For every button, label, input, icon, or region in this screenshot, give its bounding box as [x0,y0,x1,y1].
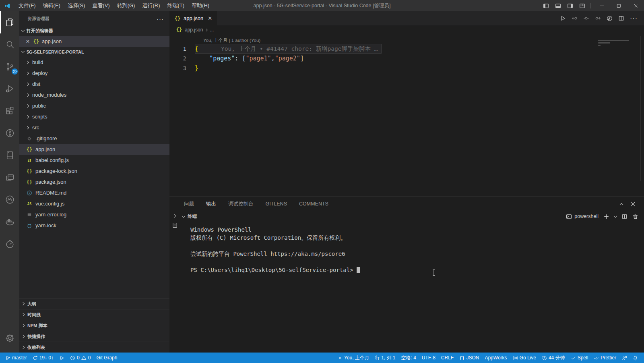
file-README.md[interactable]: README.md [19,187,169,198]
folder-public[interactable]: public [19,100,169,111]
status-branch[interactable]: master [2,353,30,363]
menu-item[interactable]: 转到(G) [114,0,139,11]
status-go-live[interactable]: Go Live [510,353,539,363]
file-.gitignore[interactable]: .gitignore [19,133,169,144]
kill-terminal-icon[interactable] [632,214,638,220]
menu-item[interactable]: 查看(V) [89,0,113,11]
status-prettier[interactable]: Prettier [591,353,619,363]
activity-item-browser-windows[interactable] [0,166,19,189]
file-vue.config.js[interactable]: JSvue.config.js [19,198,169,209]
file-yarn.lock[interactable]: yarn.lock [19,220,169,231]
sidebar-section-2[interactable]: NPM 脚本 [19,320,169,331]
menu-item[interactable]: 编辑(E) [39,0,64,11]
activity-item-notebook[interactable] [0,144,19,166]
folder-deploy[interactable]: deploy [19,68,169,79]
maximize-button[interactable] [610,0,627,11]
breadcrumb[interactable]: {} app.json ... [169,25,644,34]
status-sync-changes[interactable]: 19↓ 0↑ [30,353,56,363]
status-cursor-position[interactable]: 行 1, 列 1 [372,353,398,363]
sidebar-section-0[interactable]: 大纲 [19,298,169,309]
close-icon[interactable]: ✕ [208,15,212,21]
file-babel.config.js[interactable]: Bbabel.config.js [19,155,169,166]
status-notifications[interactable] [630,353,641,363]
folder-dist[interactable]: dist [19,79,169,89]
folder-build[interactable]: build [19,57,169,68]
panel-tab-3[interactable]: GITLENS [266,197,287,211]
menu-item[interactable]: 终端(T) [163,0,188,11]
folder-scripts[interactable]: scripts [19,111,169,122]
status-indentation[interactable]: 空格: 4 [398,353,419,363]
toggle-secondary-sidebar-button[interactable] [564,0,576,11]
new-terminal-icon[interactable] [603,214,609,220]
menu-item[interactable]: 文件(F) [15,0,39,11]
minimize-button[interactable] [593,0,610,11]
code-line-3[interactable]: 3} [169,63,644,73]
code-line-2[interactable]: 2 "pages": ["page1","page2"] [169,54,644,63]
panel-tab-0[interactable]: 问题 [184,197,194,211]
views-more-actions-icon[interactable]: ··· [157,15,164,22]
activity-item-explorer[interactable] [0,11,19,33]
activity-item-settings-gear[interactable] [0,327,19,349]
menu-item[interactable]: 运行(R) [138,0,163,11]
activity-item-timer[interactable] [0,233,19,255]
codelens-annotation[interactable]: You, 上个月 | 1 author (You) [169,37,644,44]
output-channel-icon[interactable] [172,222,178,228]
terminal-dropdown-icon[interactable] [614,214,617,217]
file-package.json[interactable]: {}package.json [19,176,169,187]
customize-layout-button[interactable] [576,0,588,11]
code-line-1[interactable]: 1{You, 上个月 • #41447 chore: 新增page脚手架脚本 … [169,44,644,54]
open-editors-section[interactable]: 打开的编辑器 [19,26,169,36]
toggle-primary-sidebar-button[interactable] [540,0,552,11]
status-spell[interactable]: Spell [568,353,591,363]
gitlens-previous-change-icon[interactable] [572,15,578,21]
activity-item-source-control[interactable] [0,56,19,78]
sidebar-section-1[interactable]: 时间线 [19,309,169,320]
folder-node_modules[interactable]: node_modules [19,89,169,100]
gitlens-commit-graph-icon[interactable] [607,15,613,21]
status-encoding[interactable]: UTF-8 [419,353,438,363]
activity-item-run-debug[interactable] [0,78,19,100]
status-language-mode[interactable]: {}JSON [456,353,482,363]
project-root-section[interactable]: 5G-SELFSERVICE-PORTAL [19,47,169,57]
panel-tab-1[interactable]: 输出 [206,197,216,211]
gitlens-open-changes-icon[interactable] [583,15,589,21]
menu-item[interactable]: 选择(S) [64,0,89,11]
panel-tab-4[interactable]: COMMENTS [299,197,328,211]
activity-item-appworks[interactable] [0,189,19,211]
gitlens-next-change-icon[interactable] [595,15,601,21]
terminal-profile[interactable]: powershell [566,214,599,220]
status-git-graph[interactable]: Git Graph [93,353,120,363]
split-terminal-icon[interactable] [621,214,627,220]
split-editor-icon[interactable] [618,15,624,21]
terminal-section-header[interactable]: 终端 powershell [180,211,644,222]
maximize-panel-icon[interactable] [620,203,623,206]
status-eol[interactable]: CRLF [438,353,456,363]
status-blame-info[interactable]: You, 上个月 [334,353,372,363]
folder-src[interactable]: src [19,122,169,133]
status-git-graph-view[interactable] [56,353,67,363]
sidebar-section-3[interactable]: 快捷操作 [19,331,169,342]
code-editor[interactable]: You, 上个月 | 1 author (You) 1{You, 上个月 • #… [169,34,644,196]
minimap[interactable] [594,34,644,196]
chevron-right-icon[interactable] [173,214,176,218]
activity-item-docker[interactable] [0,211,19,233]
file-package-lock.json[interactable]: {}package-lock.json [19,166,169,176]
activity-item-search[interactable] [0,33,19,56]
status-feedback[interactable] [619,353,630,363]
file-app.json[interactable]: {}app.json [19,144,169,155]
menu-item[interactable]: 帮助(H) [188,0,213,11]
open-editor-app-json[interactable]: ✕ {} app.json [19,36,169,47]
toggle-panel-button[interactable] [552,0,564,11]
file-yarn-error.log[interactable]: yarn-error.log [19,209,169,220]
close-button[interactable] [627,0,644,11]
status-problems[interactable]: 00 [67,353,93,363]
tab-app-json[interactable]: {} app.json ✕ [169,11,217,25]
sidebar-section-4[interactable]: 依赖列表 [19,342,169,353]
activity-item-gitlens[interactable] [0,122,19,144]
close-icon[interactable]: ✕ [25,39,31,44]
run-icon[interactable] [560,15,566,21]
activity-item-extensions[interactable] [0,100,19,122]
close-panel-icon[interactable] [630,201,636,207]
panel-tab-2[interactable]: 调试控制台 [228,197,254,211]
more-actions-icon[interactable]: ··· [630,15,638,22]
